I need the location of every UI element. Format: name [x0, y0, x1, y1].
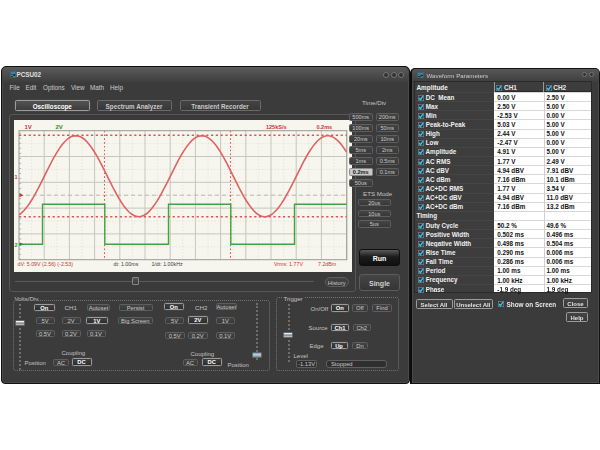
svg-text:2: 2 — [15, 242, 18, 248]
svg-text:1V: 1V — [25, 124, 32, 130]
svg-text:2V: 2V — [56, 124, 63, 130]
svg-text:Vrms: 1.77V: Vrms: 1.77V — [274, 261, 303, 267]
svg-text:1: 1 — [15, 174, 18, 180]
svg-text:1/dt: 1.00kHz: 1/dt: 1.00kHz — [151, 261, 183, 267]
svg-text:dt: 1.00ms: dt: 1.00ms — [114, 261, 139, 267]
svg-text:0.2ms: 0.2ms — [317, 124, 333, 130]
svg-text:dV: 5.09V (2.56) (-2.53): dV: 5.09V (2.56) (-2.53) — [18, 261, 74, 267]
svg-text:125kS/s: 125kS/s — [266, 124, 287, 130]
svg-text:7.2dBm: 7.2dBm — [318, 261, 337, 267]
